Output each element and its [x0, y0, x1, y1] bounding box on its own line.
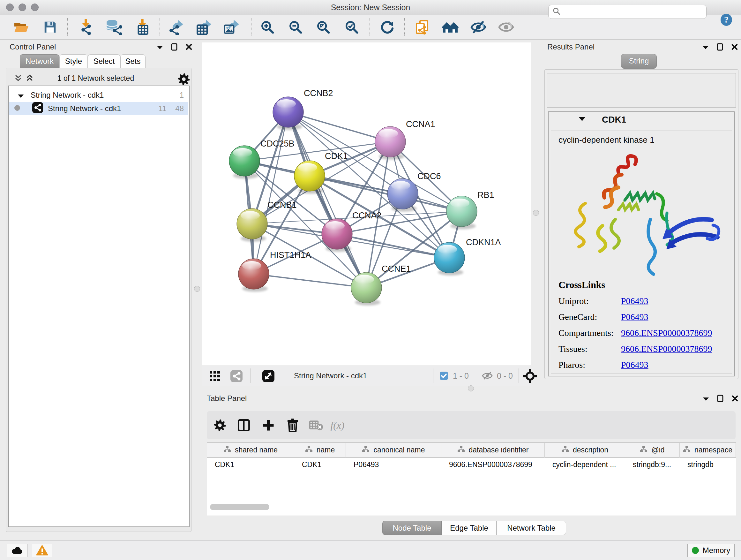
tree-icon	[640, 446, 648, 455]
refresh-icon[interactable]	[377, 17, 397, 37]
network-node-RB1[interactable]: RB1	[447, 190, 494, 229]
left-splitter-handle[interactable]	[194, 286, 200, 292]
first-neighbors-icon[interactable]	[441, 17, 460, 37]
results-panel: Results Panel String Expand All Collapse…	[539, 41, 741, 385]
delete-table-icon	[307, 416, 326, 435]
crosslink-row: Pharos: P06493	[558, 360, 731, 370]
table-panel: Table Panel f(x) shared namenamecanonica…	[202, 391, 741, 539]
warning-icon[interactable]	[32, 544, 52, 557]
network-node-CCNB2[interactable]: CCNB2	[273, 88, 333, 130]
zoom-out-icon[interactable]	[286, 17, 306, 37]
import-network-icon[interactable]	[77, 17, 96, 37]
export-image-icon[interactable]	[221, 17, 241, 37]
network-node-CCNE1[interactable]: CCNE1	[351, 264, 411, 306]
tab-string[interactable]: String	[621, 54, 657, 69]
network-row[interactable]: String Network - cdk1 11 48	[9, 102, 188, 115]
search-box[interactable]	[548, 5, 706, 19]
network-node-HIST1H1A[interactable]: HIST1H1A	[239, 250, 311, 292]
gear-icon[interactable]	[211, 416, 229, 435]
hide-selected-icon[interactable]	[468, 17, 488, 37]
panel-close-icon[interactable]	[731, 44, 738, 51]
table-cell[interactable]: 9606.ENSP00000378699	[441, 457, 545, 472]
crosslink-value[interactable]: 9606.ENSP00000378699	[621, 344, 712, 354]
collection-expand-icon[interactable]	[18, 91, 23, 100]
column-header-name[interactable]: name	[294, 443, 346, 457]
import-table-icon[interactable]	[132, 17, 152, 37]
bottom-splitter-handle[interactable]	[468, 385, 474, 391]
columns-icon[interactable]	[234, 416, 253, 435]
column-header-canonical-name[interactable]: canonical name	[346, 443, 441, 457]
zoom-fit-icon[interactable]	[313, 17, 333, 37]
panel-close-icon[interactable]	[186, 44, 192, 51]
tree-icon	[223, 446, 231, 455]
open-file-icon[interactable]	[11, 17, 31, 37]
table-cell[interactable]: CDK1	[207, 457, 294, 472]
table-horizontal-scrollbar[interactable]	[210, 504, 269, 510]
show-all-icon[interactable]	[496, 17, 516, 37]
zoom-selected-icon[interactable]	[342, 17, 361, 37]
add-column-icon[interactable]	[259, 416, 278, 435]
tab-node-table[interactable]: Node Table	[382, 521, 442, 535]
save-session-icon[interactable]	[40, 17, 60, 37]
panel-close-icon[interactable]	[732, 395, 738, 403]
tab-network[interactable]: Network	[20, 54, 59, 68]
tab-network-table[interactable]: Network Table	[496, 521, 566, 535]
table-panel-title: Table Panel	[207, 394, 247, 403]
panel-float-icon[interactable]	[717, 43, 723, 52]
import-network-database-icon[interactable]	[104, 17, 123, 37]
crosslink-value[interactable]: P06493	[621, 312, 649, 322]
network-node-CDKN1A[interactable]: CDKN1A	[434, 238, 501, 275]
table-cell[interactable]: CDK1	[294, 457, 346, 472]
birdseye-view-icon[interactable]	[262, 370, 275, 384]
memory-label: Memory	[703, 546, 731, 555]
table-cell[interactable]: stringdb	[680, 457, 736, 472]
table-cell[interactable]: P06493	[346, 457, 441, 472]
network-node-CDC6[interactable]: CDC6	[387, 172, 441, 212]
export-network-icon[interactable]	[166, 17, 186, 37]
crosslink-value[interactable]: 9606.ENSP00000378699	[621, 328, 712, 338]
table-cell[interactable]: cyclin-dependent ...	[545, 457, 625, 472]
export-table-icon[interactable]	[193, 17, 213, 37]
section-collapse-icon[interactable]	[579, 117, 585, 122]
tab-edge-table[interactable]: Edge Table	[442, 521, 496, 535]
table-cell[interactable]: stringdb:9...	[625, 457, 680, 472]
right-splitter-handle[interactable]	[533, 210, 539, 216]
cloud-icon[interactable]	[7, 544, 27, 557]
column-header-shared-name[interactable]: shared name	[207, 443, 294, 457]
clone-network-icon[interactable]	[412, 17, 432, 37]
crosslink-row: Compartments: 9606.ENSP00000378699	[558, 328, 731, 338]
node-label-RB1: RB1	[477, 190, 494, 200]
memory-button[interactable]: Memory	[687, 544, 735, 557]
tab-select[interactable]: Select	[88, 54, 120, 68]
panel-float-icon[interactable]	[171, 43, 178, 52]
network-edge	[254, 274, 366, 288]
string-network-badge-icon	[32, 102, 44, 115]
panel-menu-icon[interactable]	[703, 396, 709, 402]
column-header-database-identifier[interactable]: database identifier	[441, 443, 545, 457]
node-label-CDKN1A: CDKN1A	[466, 238, 501, 247]
hidden-eye-icon[interactable]	[482, 371, 493, 382]
delete-icon[interactable]	[283, 416, 302, 435]
network-node-CCNB1[interactable]: CCNB1	[237, 200, 297, 242]
grid-view-icon[interactable]	[209, 370, 220, 383]
column-header-description[interactable]: description	[545, 443, 625, 457]
network-node-CCNA1[interactable]: CCNA1	[375, 119, 435, 160]
tab-style[interactable]: Style	[59, 54, 88, 68]
panel-menu-icon[interactable]	[157, 45, 163, 51]
column-header--id[interactable]: @id	[625, 443, 680, 457]
panel-menu-icon[interactable]	[703, 45, 709, 51]
network-collection-row[interactable]: String Network - cdk1 1	[9, 88, 188, 102]
crosslink-label: Compartments:	[558, 328, 621, 338]
zoom-in-icon[interactable]	[258, 17, 277, 37]
column-header-namespace[interactable]: namespace	[680, 443, 736, 457]
network-badge-gray-icon[interactable]	[230, 370, 243, 384]
crosslink-value[interactable]: P06493	[621, 296, 649, 306]
crosshair-icon[interactable]	[523, 369, 537, 384]
panel-float-icon[interactable]	[717, 395, 724, 403]
node-label-HIST1H1A: HIST1H1A	[270, 250, 311, 260]
search-input[interactable]	[563, 7, 706, 17]
selected-checkbox-icon[interactable]	[440, 371, 448, 381]
help-icon[interactable]: ?	[720, 13, 733, 26]
tab-sets[interactable]: Sets	[120, 54, 145, 68]
crosslink-value[interactable]: P06493	[621, 360, 649, 370]
